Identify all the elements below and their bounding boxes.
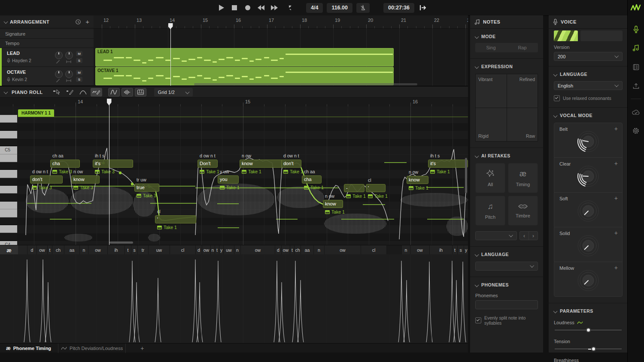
solo-button[interactable]: S — [76, 77, 82, 82]
white-key[interactable] — [0, 209, 17, 217]
rewind-button[interactable] — [256, 3, 266, 12]
phoneme-cell[interactable]: aa — [64, 245, 79, 255]
piano-roll-ruler[interactable]: 141516 — [0, 98, 468, 107]
track-singer[interactable]: Kevin 2 — [7, 77, 27, 82]
phoneme-cell[interactable]: d — [275, 245, 281, 255]
phoneme-cell[interactable]: ow — [324, 245, 361, 255]
checkbox-checked-icon[interactable] — [554, 95, 560, 101]
mute-button[interactable]: M — [76, 70, 82, 75]
note-take-label[interactable]: Take 1 — [304, 185, 324, 190]
piano-keyboard[interactable]: C5C4 — [0, 106, 17, 245]
phoneme-cell[interactable]: n — [313, 245, 324, 255]
go-to-end-button[interactable] — [418, 3, 428, 12]
white-key[interactable] — [0, 202, 17, 209]
phoneme-cell[interactable]: ow — [36, 245, 47, 255]
note-take-label[interactable]: Take 1 — [283, 169, 303, 174]
checkbox-checked-icon[interactable] — [475, 317, 481, 323]
parameter-slider[interactable] — [554, 326, 623, 335]
black-key[interactable] — [0, 194, 17, 202]
note-take-label[interactable]: Take 1 — [346, 193, 366, 199]
phoneme-cell[interactable]: uw — [223, 245, 234, 255]
note-take-label[interactable]: Take 3 — [52, 169, 72, 174]
volume-knob[interactable] — [55, 51, 63, 59]
solo-button[interactable]: S — [76, 58, 82, 63]
phoneme-cell[interactable]: ow — [88, 245, 107, 255]
white-key[interactable] — [0, 154, 17, 162]
mode-section-title[interactable]: MODE — [475, 32, 538, 41]
phoneme-cell[interactable]: t — [125, 245, 131, 255]
black-key[interactable] — [0, 139, 17, 146]
parameter-slider[interactable] — [554, 345, 623, 353]
pan-knob[interactable] — [65, 51, 73, 59]
phoneme-cell[interactable]: t — [290, 245, 294, 255]
add-parameter-tab-button[interactable]: + — [140, 345, 144, 352]
note-take-label[interactable]: Take 1 — [368, 193, 388, 199]
group-tag[interactable]: HARMONY 1 1 — [18, 109, 54, 117]
add-automation-button[interactable]: + — [614, 229, 618, 236]
black-key[interactable] — [0, 162, 17, 170]
playhead[interactable] — [109, 99, 110, 245]
add-automation-button[interactable]: + — [614, 264, 618, 271]
note-language-dropdown[interactable] — [475, 262, 538, 271]
phoneme-cell[interactable]: t — [47, 245, 52, 255]
black-key[interactable] — [0, 217, 17, 225]
note[interactable]: ' — [366, 184, 386, 192]
fast-forward-button[interactable] — [270, 3, 279, 12]
phoneme-cell[interactable]: ow — [410, 245, 429, 255]
pan-knob[interactable] — [65, 70, 73, 78]
note[interactable]: ' — [155, 215, 196, 223]
voice-tab-icon[interactable] — [628, 20, 644, 39]
grid-size-dropdown[interactable]: Grid 1/2 — [154, 88, 193, 97]
note[interactable]: you — [218, 175, 239, 184]
volume-knob[interactable] — [55, 70, 63, 78]
phoneme-cell[interactable]: d — [27, 245, 36, 255]
note[interactable]: Don't — [197, 160, 218, 168]
tab-pitch-deviation-loudness[interactable]: Pitch Deviation/Loudness — [58, 344, 126, 353]
white-key[interactable] — [0, 186, 17, 193]
expression-section-title[interactable]: EXPRESSION — [475, 62, 538, 71]
cloud-sync-icon[interactable] — [628, 103, 644, 121]
track-header-octave[interactable]: OCTAVE Kevin 2 M S — [0, 67, 94, 86]
record-button[interactable] — [243, 3, 252, 12]
white-key[interactable]: C4 — [0, 241, 17, 245]
note[interactable]: know — [407, 176, 428, 184]
vocal-mode-knob[interactable] — [576, 164, 601, 189]
phoneme-cell[interactable]: d — [195, 245, 202, 255]
phoneme-cell[interactable]: n — [234, 245, 240, 255]
track-header-lead[interactable]: LEAD Hayden 2 M S — [0, 48, 94, 67]
note[interactable]: don't — [281, 160, 301, 168]
note[interactable]: know — [323, 200, 343, 208]
voice-language-dropdown[interactable]: English — [554, 81, 623, 90]
phoneme-cell[interactable]: cl — [170, 245, 195, 255]
previous-retake-button[interactable]: ‹ — [520, 232, 529, 240]
ai-retakes-section-title[interactable]: AI RETAKES — [475, 151, 538, 160]
note[interactable]: - — [344, 184, 365, 192]
phoneme-timing-panel[interactable] — [0, 254, 468, 343]
retake-timbre-button[interactable]: Timbre — [508, 196, 538, 226]
stop-button[interactable] — [230, 3, 239, 12]
note-take-label[interactable]: Take 1 — [220, 185, 240, 190]
tempo-row[interactable]: Tempo — [0, 39, 94, 48]
vocal-mode-knob[interactable] — [576, 233, 601, 258]
mute-button[interactable]: M — [76, 51, 82, 56]
note[interactable]: don't — [30, 175, 63, 184]
add-automation-button[interactable]: + — [614, 195, 618, 202]
note-take-label[interactable]: Take 1 — [409, 185, 428, 190]
library-icon[interactable] — [628, 57, 644, 76]
note[interactable]: it's — [93, 160, 133, 168]
settings-gear-icon[interactable] — [628, 121, 644, 140]
waveform-display-toggle-icon[interactable] — [122, 88, 133, 97]
note-take-label[interactable]: Take 1 — [200, 169, 219, 174]
metronome-toggle[interactable] — [356, 3, 370, 13]
vocal-mode-section-title[interactable]: VOCAL MODE — [554, 111, 623, 120]
time-signature-display[interactable]: 4/4 — [306, 3, 323, 13]
voice-name-field[interactable] — [580, 30, 623, 41]
phonemes-section-title[interactable]: PHONEMES — [475, 280, 538, 290]
piano-roll-h-scrollbar[interactable] — [109, 241, 133, 244]
white-key[interactable] — [0, 170, 17, 178]
parameters-section-title[interactable]: PARAMETERS — [554, 306, 623, 316]
arrangement-timeline[interactable]: 121314151617181920212223 LEAD 1OCTAVE 1 — [94, 15, 468, 86]
retake-all-button[interactable]: All — [475, 163, 505, 193]
mode-rap-button[interactable]: Rap — [507, 43, 538, 52]
expression-pad[interactable]: Vibrant Refined Rigid Raw — [475, 74, 538, 142]
